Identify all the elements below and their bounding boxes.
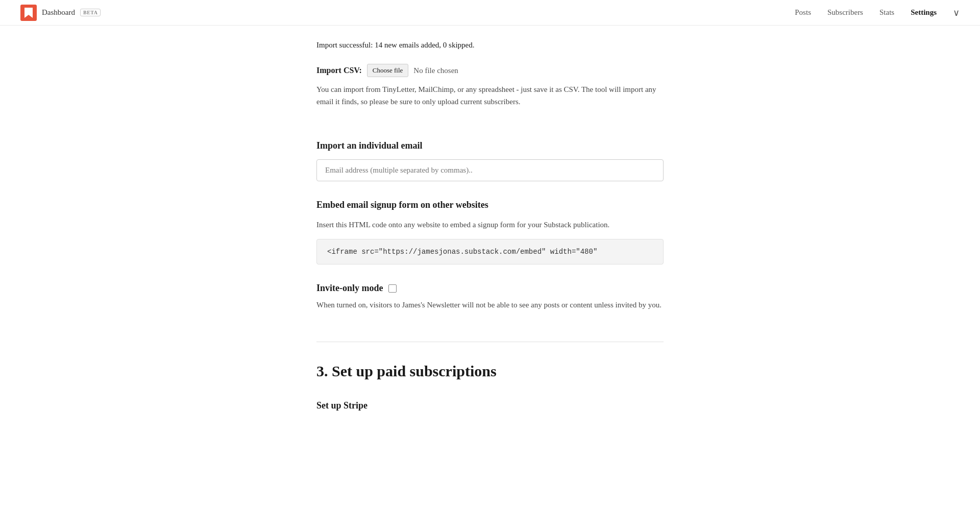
- chevron-down-icon[interactable]: ∨: [953, 7, 960, 18]
- import-email-title: Import an individual email: [316, 140, 664, 151]
- paid-section-number: 3.: [316, 363, 328, 379]
- import-csv-label-text: Import CSV:: [316, 66, 362, 75]
- dashboard-label: Dashboard: [42, 8, 75, 17]
- import-csv-label-row: Import CSV: Choose file No file chosen: [316, 64, 664, 77]
- embed-description: Insert this HTML code onto any website t…: [316, 219, 664, 231]
- nav-posts[interactable]: Posts: [795, 8, 811, 17]
- nav-stats[interactable]: Stats: [879, 8, 894, 17]
- embed-code-block[interactable]: <iframe src="https://jamesjonas.substack…: [316, 239, 664, 264]
- setup-stripe-title: Set up Stripe: [316, 400, 664, 411]
- embed-title: Embed email signup form on other website…: [316, 200, 664, 210]
- import-csv-section: Import CSV: Choose file No file chosen Y…: [316, 64, 664, 108]
- invite-title-row: Invite-only mode: [316, 283, 664, 294]
- choose-file-button[interactable]: Choose file: [367, 64, 409, 77]
- main-header: Dashboard BETA Posts Subscribers Stats S…: [0, 0, 980, 26]
- logo-icon: [20, 5, 37, 21]
- main-nav: Posts Subscribers Stats Settings ∨: [795, 7, 960, 18]
- invite-only-checkbox[interactable]: [388, 284, 397, 293]
- invite-description: When turned on, visitors to James's News…: [316, 299, 664, 311]
- email-input[interactable]: [316, 159, 664, 181]
- header-brand: Dashboard BETA: [20, 5, 101, 21]
- no-file-text: No file chosen: [413, 66, 458, 75]
- paid-subscriptions-title: 3. Set up paid subscriptions: [316, 363, 664, 380]
- embed-section: Embed email signup form on other website…: [316, 200, 664, 264]
- invite-title: Invite-only mode: [316, 283, 383, 294]
- paid-subscriptions-section: 3. Set up paid subscriptions Set up Stri…: [316, 342, 664, 411]
- beta-badge: BETA: [80, 9, 101, 16]
- invite-section: Invite-only mode When turned on, visitor…: [316, 283, 664, 311]
- import-email-section: Import an individual email: [316, 140, 664, 181]
- nav-subscribers[interactable]: Subscribers: [827, 8, 863, 17]
- import-csv-description: You can import from TinyLetter, MailChim…: [316, 83, 664, 108]
- main-content: Import successful: 14 new emails added, …: [296, 0, 684, 442]
- nav-settings[interactable]: Settings: [911, 8, 937, 17]
- paid-section-title-text: Set up paid subscriptions: [332, 363, 497, 379]
- success-message: Import successful: 14 new emails added, …: [316, 41, 664, 50]
